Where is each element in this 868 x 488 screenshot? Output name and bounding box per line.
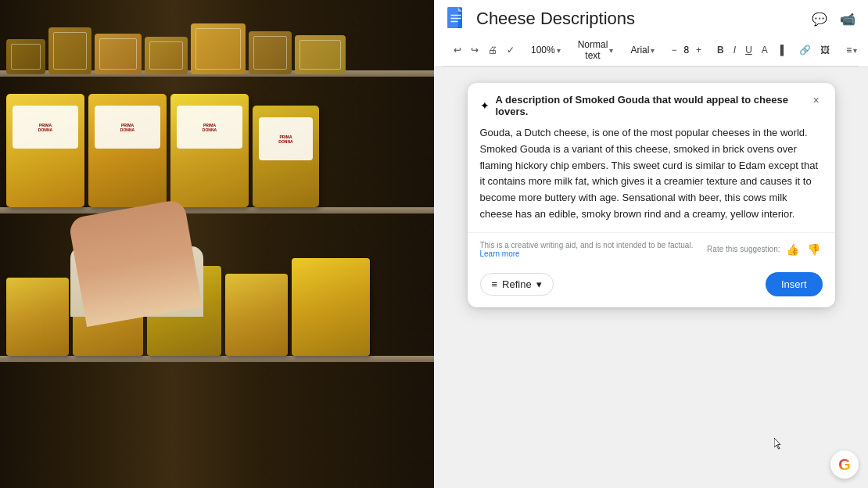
google-docs-icon	[443, 6, 468, 31]
google-docs-panel: Cheese Descriptions 💬 📹 ↩ ↪ 🖨 ✓ 100% ▾	[434, 0, 868, 488]
font-size-decrease[interactable]: −	[667, 42, 680, 58]
rate-label: Rate this suggestion:	[707, 245, 780, 253]
cheese-label-sticker: PRIMADONNA	[95, 106, 160, 149]
cheese-item	[191, 23, 246, 74]
document-title: Cheese Descriptions	[476, 9, 635, 29]
cheese-item	[249, 31, 292, 74]
align-dropdown[interactable]: ≡ ▾	[841, 43, 859, 57]
italic-button[interactable]: I	[730, 42, 740, 58]
highlight-button[interactable]: ▐	[773, 42, 788, 58]
image-button[interactable]: 🖼	[816, 42, 834, 58]
underline-button[interactable]: U	[741, 42, 756, 58]
redo-button[interactable]: ↪	[467, 42, 482, 58]
rate-section: Rate this suggestion: 👍 👎	[707, 242, 822, 257]
disclaimer-text: This is a creative writing aid, and is n…	[480, 241, 699, 258]
cheese-label-sticker: PRIMADONNA	[13, 106, 78, 149]
font-dropdown[interactable]: Arial ▾	[626, 43, 659, 57]
insert-button[interactable]: Insert	[766, 272, 823, 296]
cheese-item-bottom	[6, 278, 69, 356]
cheese-image-panel: PRIMADONNA PRIMADONNA PRIMADONNA PRIMADO…	[0, 0, 434, 488]
card-actions: ≡ Refine ▾ Insert	[468, 266, 835, 307]
bold-button[interactable]: B	[713, 42, 728, 58]
suggestion-body-text: Gouda, a Dutch cheese, is one of the mos…	[468, 125, 835, 232]
video-icon: 📹	[840, 12, 855, 27]
cheese-label-sticker: PRIMADONNA	[177, 106, 242, 149]
refine-label: Refine	[502, 278, 532, 290]
docs-body: × ✦ A description of Smoked Gouda that w…	[434, 67, 868, 488]
thumbs-up-button[interactable]: 👍	[784, 242, 802, 257]
style-dropdown[interactable]: Normal text ▾	[573, 38, 619, 63]
header-actions: 💬 📹	[809, 8, 859, 30]
style-label: Normal text	[578, 39, 608, 61]
docs-header: Cheese Descriptions 💬 📹 ↩ ↪ 🖨 ✓ 100% ▾	[434, 0, 868, 67]
top-shelf-items	[0, 4, 434, 74]
cheese-item	[6, 39, 45, 74]
card-header: ✦ A description of Smoked Gouda that wou…	[468, 83, 835, 125]
font-label: Arial	[630, 45, 649, 56]
thumbs-down-button[interactable]: 👎	[805, 242, 823, 257]
sparkle-icon: ✦	[480, 99, 490, 112]
undo-button[interactable]: ↩	[450, 42, 465, 58]
refine-button[interactable]: ≡ Refine ▾	[480, 273, 554, 296]
font-size-increase[interactable]: +	[692, 42, 705, 58]
ai-suggestion-card: × ✦ A description of Smoked Gouda that w…	[468, 83, 835, 307]
video-call-button[interactable]: 📹	[837, 8, 859, 30]
card-footer: This is a creative writing aid, and is n…	[468, 232, 835, 266]
font-size-value: 8	[682, 45, 690, 56]
svg-rect-3	[450, 18, 461, 20]
mouse-cursor	[774, 438, 782, 450]
cheese-item	[95, 34, 142, 74]
cheese-item	[145, 37, 188, 74]
docs-toolbar: ↩ ↪ 🖨 ✓ 100% ▾ Normal text ▾ Arial ▾ − 8…	[443, 34, 859, 66]
zoom-dropdown[interactable]: 100% ▾	[526, 43, 565, 57]
comments-icon: 💬	[812, 12, 827, 27]
hand-reaching	[63, 145, 297, 317]
font-chevron: ▾	[651, 46, 655, 55]
zoom-value: 100%	[531, 45, 555, 56]
suggestion-title: A description of Smoked Gouda that would…	[496, 94, 823, 117]
cheese-item	[295, 35, 346, 74]
title-row: Cheese Descriptions 💬 📹	[443, 6, 859, 31]
refine-filter-icon: ≡	[492, 278, 498, 290]
google-g: G	[838, 456, 851, 474]
align-chevron: ▾	[853, 46, 857, 55]
learn-more-link[interactable]: Learn more	[480, 249, 520, 258]
spellcheck-button[interactable]: ✓	[503, 42, 518, 58]
shelf-board-3	[0, 356, 434, 362]
refine-chevron: ▾	[536, 278, 542, 290]
cheese-item-bottom	[292, 258, 370, 356]
style-chevron: ▾	[609, 46, 613, 55]
zoom-chevron: ▾	[557, 46, 561, 55]
card-close-button[interactable]: ×	[807, 91, 826, 109]
svg-rect-4	[450, 21, 457, 23]
align-label: ≡	[846, 45, 852, 56]
text-color-button[interactable]: A	[758, 42, 772, 58]
link-button[interactable]: 🔗	[795, 42, 815, 58]
comments-button[interactable]: 💬	[809, 8, 830, 30]
print-button[interactable]: 🖨	[484, 42, 501, 58]
cheese-item	[48, 27, 91, 74]
svg-rect-2	[450, 15, 461, 16]
google-logo: G	[830, 450, 859, 479]
arm	[68, 199, 203, 327]
